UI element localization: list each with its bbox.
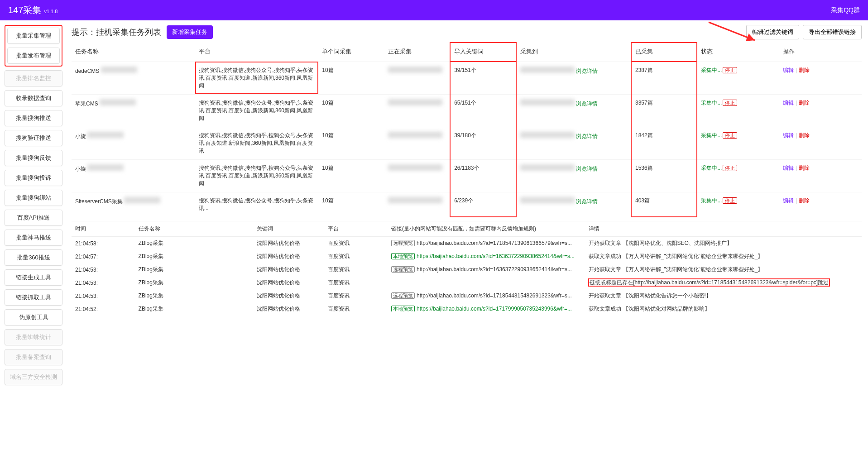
- log-row: 21:04:53:ZBlog采集沈阳网站优化价格百度资讯远程预览http://b…: [72, 263, 862, 276]
- remote-preview-tag[interactable]: 远程预览: [391, 266, 415, 273]
- edit-button[interactable]: 编辑: [783, 100, 794, 106]
- sidebar-item-collect-manage[interactable]: 批量采集管理: [7, 28, 60, 44]
- task-done: 2387篇: [631, 62, 697, 94]
- sidebar-item-5[interactable]: 批量搜狗投诉: [5, 170, 62, 186]
- stop-button[interactable]: 停止: [723, 197, 737, 204]
- task-status: 采集中...停止: [697, 127, 779, 159]
- log-col-4: 链接(量小的网站可能没有匹配，如需要可群内反馈增加规则): [388, 221, 585, 237]
- log-cell: 21:04:53:: [72, 263, 135, 276]
- sidebar-item-9[interactable]: 批量360推送: [5, 249, 62, 266]
- add-task-button[interactable]: 新增采集任务: [167, 25, 213, 39]
- log-url[interactable]: http://baijiahao.baidu.com/s?id=17185443…: [417, 292, 572, 299]
- task-status: 采集中...停止: [697, 192, 779, 217]
- stop-button[interactable]: 停止: [723, 132, 737, 139]
- sidebar-item-12[interactable]: 伪原创工具: [5, 309, 62, 326]
- sidebar-item-10[interactable]: 链接生成工具: [5, 269, 62, 286]
- log-cell: 沈阳网站优化价格: [253, 250, 324, 263]
- browse-detail-link[interactable]: 浏览详情: [576, 198, 598, 205]
- task-col-4: 导入关键词: [450, 43, 516, 62]
- sidebar-item-4[interactable]: 批量搜狗反馈: [5, 150, 62, 166]
- task-col-5: 采集到: [516, 43, 631, 62]
- log-link: 本地预览https://baijiahao.baidu.com/s?id=163…: [388, 250, 585, 263]
- export-error-links-button[interactable]: 导出全部错误链接: [803, 25, 862, 39]
- remote-preview-tag[interactable]: 远程预览: [391, 240, 415, 246]
- log-col-2: 关键词: [253, 221, 324, 237]
- log-cell: ZBlog采集: [135, 302, 254, 311]
- browse-detail-link[interactable]: 浏览详情: [576, 166, 598, 172]
- log-row: 21:04:53:ZBlog采集沈阳网站优化价格百度资讯链接或标题已存在[htt…: [72, 276, 862, 289]
- log-row: 21:04:52:ZBlog采集沈阳网站优化价格百度资讯本地预览https://…: [72, 302, 862, 311]
- edit-filter-keywords-button[interactable]: 编辑过滤关键词: [746, 25, 799, 39]
- log-cell: 百度资讯: [324, 276, 388, 289]
- task-import-keywords: 6/239个: [450, 192, 516, 217]
- brand: 147采集 v1.1.8: [8, 4, 58, 16]
- task-status: 采集中...停止: [697, 159, 779, 192]
- sidebar-item-6[interactable]: 批量搜狗绑站: [5, 190, 62, 206]
- log-cell: ZBlog采集: [135, 250, 254, 263]
- local-preview-tag[interactable]: 本地预览: [391, 253, 415, 259]
- log-cell: 百度资讯: [324, 250, 388, 263]
- task-import-keywords: 65/151个: [450, 94, 516, 127]
- task-name: 小旋: [72, 127, 195, 159]
- stop-button[interactable]: 停止: [723, 165, 737, 171]
- sidebar-item-8[interactable]: 批量神马推送: [5, 230, 62, 246]
- local-preview-tag[interactable]: 本地预览: [391, 306, 415, 311]
- browse-detail-link[interactable]: 浏览详情: [576, 68, 598, 74]
- stop-button[interactable]: 停止: [723, 100, 737, 106]
- task-import-keywords: 39/180个: [450, 127, 516, 159]
- qq-group-link[interactable]: 采集QQ群: [831, 6, 860, 14]
- sidebar-item-11[interactable]: 链接抓取工具: [5, 289, 62, 306]
- task-ops: 编辑|删除: [779, 127, 862, 159]
- log-url[interactable]: https://baijiahao.baidu.com/s?id=1636372…: [417, 253, 575, 259]
- log-detail: 开始获取文章 【万人网络讲解_"沈阳网站优化"能给企业带来哪些好处_】: [585, 263, 862, 276]
- delete-button[interactable]: 删除: [799, 67, 810, 73]
- edit-button[interactable]: 编辑: [783, 165, 794, 171]
- task-collect-to: 浏览详情: [516, 62, 631, 94]
- sidebar-item-2[interactable]: 批量搜狗推送: [5, 110, 62, 126]
- sidebar-item-15: 域名三方安全检测: [5, 369, 62, 385]
- log-url[interactable]: https://baijiahao.baidu.com/s?id=1717999…: [417, 306, 572, 311]
- log-cell: 沈阳网站优化价格: [253, 263, 324, 276]
- delete-button[interactable]: 删除: [799, 197, 810, 204]
- remote-preview-tag[interactable]: 远程预览: [391, 292, 415, 299]
- task-collect-to: 浏览详情: [516, 159, 631, 192]
- task-running: [384, 192, 450, 217]
- log-detail: 链接或标题已存在[http://baijiahao.baidu.com/s?id…: [585, 276, 862, 289]
- task-running: [384, 159, 450, 192]
- log-cell: ZBlog采集: [135, 237, 254, 250]
- task-running: [384, 62, 450, 94]
- sidebar-item-3[interactable]: 搜狗验证推送: [5, 130, 62, 146]
- log-col-0: 时间: [72, 221, 135, 237]
- task-ops: 编辑|删除: [779, 62, 862, 94]
- task-status: 采集中...停止: [697, 62, 779, 94]
- log-panel[interactable]: 时间任务名称关键词平台链接(量小的网站可能没有匹配，如需要可群内反馈增加规则)详…: [72, 221, 862, 311]
- task-platform: 搜狗资讯,搜狗微信,搜狗公众号,搜狗知乎,头条资讯...: [195, 192, 319, 217]
- browse-detail-link[interactable]: 浏览详情: [576, 101, 598, 107]
- task-col-0: 任务名称: [72, 43, 195, 62]
- log-row: 21:04:53:ZBlog采集沈阳网站优化价格百度资讯远程预览http://b…: [72, 289, 862, 302]
- sidebar-highlight-group: 批量采集管理 批量发布管理: [5, 25, 62, 67]
- sidebar-item-publish-manage[interactable]: 批量发布管理: [7, 48, 60, 64]
- task-running: [384, 127, 450, 159]
- delete-button[interactable]: 删除: [799, 132, 810, 139]
- log-cell: 21:04:52:: [72, 302, 135, 311]
- task-row: 小旋 搜狗资讯,搜狗微信,搜狗知乎,搜狗公众号,头条资讯,百度资讯,百度知道,新…: [72, 159, 862, 192]
- edit-button[interactable]: 编辑: [783, 197, 794, 204]
- task-platform: 搜狗资讯,搜狗微信,搜狗知乎,搜狗公众号,头条资讯,百度资讯,百度知道,新浪新闻…: [195, 159, 319, 192]
- edit-button[interactable]: 编辑: [783, 132, 794, 139]
- stop-button[interactable]: 停止: [723, 67, 737, 73]
- log-col-1: 任务名称: [135, 221, 254, 237]
- log-url[interactable]: http://baijiahao.baidu.com/s?id=16363722…: [417, 266, 572, 273]
- log-cell: 百度资讯: [324, 302, 388, 311]
- log-url[interactable]: http://baijiahao.baidu.com/s?id=17185471…: [417, 240, 572, 246]
- sidebar-item-1[interactable]: 收录数据查询: [5, 90, 62, 106]
- task-ops: 编辑|删除: [779, 94, 862, 127]
- browse-detail-link[interactable]: 浏览详情: [576, 133, 598, 139]
- delete-button[interactable]: 删除: [799, 165, 810, 171]
- sidebar-item-7[interactable]: 百度API推送: [5, 210, 62, 226]
- edit-button[interactable]: 编辑: [783, 67, 794, 73]
- log-cell: 21:04:53:: [72, 289, 135, 302]
- log-link: [388, 276, 585, 289]
- task-single: 10篇: [318, 62, 384, 94]
- delete-button[interactable]: 删除: [799, 100, 810, 106]
